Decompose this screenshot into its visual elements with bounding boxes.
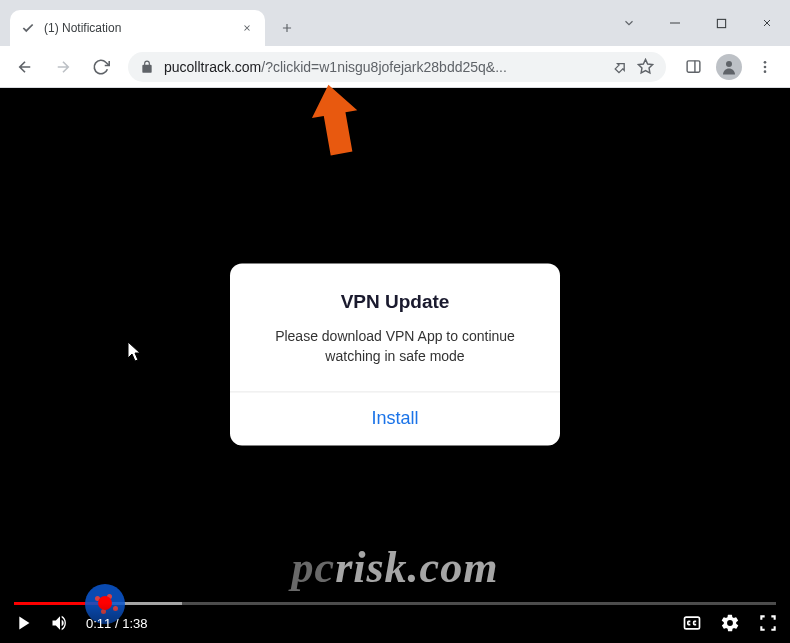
close-window-button[interactable]: [744, 6, 790, 40]
modal-message: Please download VPN App to continue watc…: [254, 328, 536, 367]
maximize-button[interactable]: [698, 6, 744, 40]
captions-icon[interactable]: [682, 613, 702, 633]
browser-toolbar: pucolltrack.com/?clickid=w1nisgu8jofejar…: [0, 46, 790, 88]
modal-title: VPN Update: [254, 292, 536, 314]
close-tab-icon[interactable]: [239, 20, 255, 36]
browser-tab[interactable]: (1) Notification: [10, 10, 265, 46]
minimize-button[interactable]: [652, 6, 698, 40]
svg-marker-2: [638, 59, 652, 72]
tab-favicon: [20, 20, 36, 36]
forward-button[interactable]: [46, 50, 80, 84]
tab-search-dropdown-icon[interactable]: [606, 0, 652, 46]
lock-icon[interactable]: [140, 60, 154, 74]
svg-point-5: [726, 61, 732, 67]
watermark-text: pcrisk.com: [292, 542, 499, 593]
url-text: pucolltrack.com/?clickid=w1nisgu8jofejar…: [164, 59, 601, 75]
bookmark-star-icon[interactable]: [637, 58, 654, 75]
tab-title: (1) Notification: [44, 21, 231, 35]
reload-button[interactable]: [84, 50, 118, 84]
page-content: VPN Update Please download VPN App to co…: [0, 88, 790, 643]
side-panel-icon[interactable]: [676, 50, 710, 84]
browser-titlebar: (1) Notification: [0, 0, 790, 46]
vpn-update-modal: VPN Update Please download VPN App to co…: [230, 264, 560, 445]
annotation-arrow-icon: [307, 82, 367, 162]
back-button[interactable]: [8, 50, 42, 84]
svg-rect-9: [685, 617, 700, 629]
video-time: 0:11 / 1:38: [86, 616, 147, 631]
svg-point-8: [764, 70, 767, 73]
svg-rect-3: [687, 61, 700, 72]
volume-icon[interactable]: [50, 613, 70, 633]
svg-rect-0: [670, 23, 680, 24]
video-controls: 0:11 / 1:38: [0, 603, 790, 643]
window-controls: [606, 0, 790, 46]
profile-avatar[interactable]: [712, 50, 746, 84]
menu-kebab-icon[interactable]: [748, 50, 782, 84]
svg-rect-1: [717, 19, 725, 27]
share-icon[interactable]: [611, 59, 627, 75]
new-tab-button[interactable]: [273, 14, 301, 42]
svg-point-6: [764, 61, 767, 64]
address-bar[interactable]: pucolltrack.com/?clickid=w1nisgu8jofejar…: [128, 52, 666, 82]
install-button[interactable]: Install: [371, 408, 418, 429]
settings-gear-icon[interactable]: [720, 613, 740, 633]
svg-point-7: [764, 65, 767, 68]
play-button[interactable]: [12, 612, 34, 634]
fullscreen-icon[interactable]: [758, 613, 778, 633]
